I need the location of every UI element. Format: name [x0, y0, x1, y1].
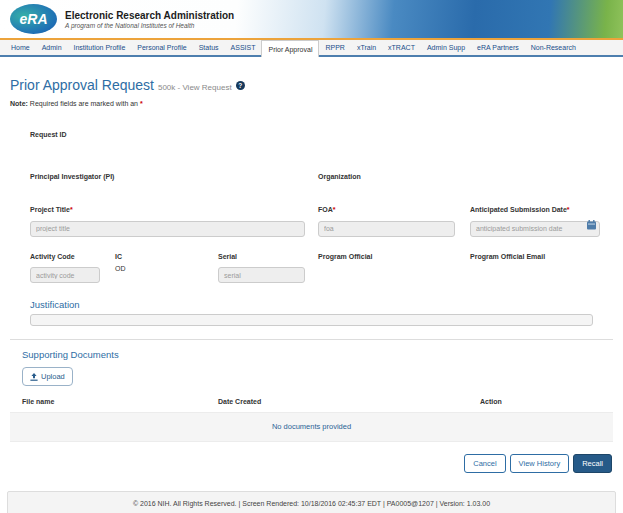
table-column-header: File name: [22, 398, 218, 405]
foa-label: FOA: [318, 206, 333, 213]
nav-item[interactable]: Prior Approval: [261, 40, 319, 57]
app-subtitle: A program of the National Institutes of …: [65, 22, 234, 29]
upload-button-label: Upload: [41, 372, 65, 381]
required-asterisk: *: [140, 100, 143, 107]
required-asterisk: *: [70, 206, 73, 213]
nav-item[interactable]: Admin Supp: [421, 40, 471, 55]
main-content: Prior Approval Request 500k - View Reque…: [0, 77, 623, 473]
serial-label: Serial: [218, 253, 318, 260]
section-divider: [10, 339, 613, 340]
nav-item[interactable]: Status: [193, 40, 225, 55]
nav-item[interactable]: ASSIST: [225, 40, 262, 55]
nav-item[interactable]: Personal Profile: [131, 40, 192, 55]
project-title-label: Project Title: [30, 206, 70, 213]
nav-item[interactable]: RPPR: [319, 40, 350, 55]
era-logo: eRA: [10, 4, 57, 34]
view-history-button[interactable]: View History: [510, 454, 570, 473]
ic-label: IC: [115, 253, 218, 260]
page-subtitle: 500k - View Request: [158, 83, 232, 92]
foa-input[interactable]: [318, 221, 455, 237]
help-icon[interactable]: ?: [236, 81, 245, 90]
table-column-header: Date Created: [218, 398, 480, 405]
table-column-header: Action: [480, 398, 613, 405]
serial-input[interactable]: [218, 267, 305, 283]
activity-code-input[interactable]: [30, 267, 100, 283]
nav-item[interactable]: Admin: [36, 40, 68, 55]
pi-label: Principal Investigator (PI): [30, 173, 318, 180]
main-nav: Home Admin Institution Profile Personal …: [0, 40, 623, 57]
note-text: Required fields are marked with an: [28, 100, 140, 107]
supporting-documents-heading: Supporting Documents: [22, 349, 613, 360]
supporting-documents-section: Supporting Documents Upload File name Da…: [22, 349, 613, 405]
submission-date-input[interactable]: [470, 221, 600, 237]
calendar-icon[interactable]: [587, 220, 596, 230]
upload-icon: [30, 373, 38, 381]
request-id-label: Request ID: [30, 131, 67, 138]
nav-item[interactable]: eRA Partners: [471, 40, 525, 55]
ic-value: OD: [115, 265, 218, 272]
note-label: Note:: [10, 100, 28, 107]
app-header: eRA Electronic Research Administration A…: [0, 0, 623, 38]
action-buttons: Cancel View History Recall: [10, 454, 612, 473]
upload-button[interactable]: Upload: [22, 367, 73, 386]
recall-button[interactable]: Recall: [573, 454, 612, 473]
nav-item[interactable]: xTRACT: [382, 40, 421, 55]
required-fields-note: Note: Required fields are marked with an…: [10, 100, 613, 107]
project-title-input[interactable]: [30, 221, 305, 237]
nav-item[interactable]: Institution Profile: [68, 40, 132, 55]
nav-item[interactable]: xTrain: [351, 40, 382, 55]
documents-empty-row: No documents provided: [10, 412, 613, 442]
submission-date-label: Anticipated Submission Date: [470, 206, 567, 213]
required-asterisk: *: [567, 206, 570, 213]
cancel-button[interactable]: Cancel: [464, 454, 505, 473]
page-footer: © 2016 NIH. All Rights Reserved. | Scree…: [7, 491, 616, 513]
request-form: Request ID Principal Investigator (PI) O…: [30, 123, 593, 326]
required-asterisk: *: [333, 206, 336, 213]
activity-code-label: Activity Code: [30, 253, 115, 260]
app-title: Electronic Research Administration: [65, 10, 234, 21]
page-title: Prior Approval Request: [10, 77, 154, 93]
program-official-label: Program Official: [318, 253, 470, 260]
documents-table-header: File name Date Created Action: [22, 398, 613, 405]
nav-item[interactable]: Home: [5, 40, 36, 55]
program-official-email-label: Program Official Email: [470, 253, 593, 260]
organization-label: Organization: [318, 173, 593, 180]
nav-item[interactable]: Non-Research: [525, 40, 582, 55]
copyright-line: © 2016 NIH. All Rights Reserved. | Scree…: [12, 500, 611, 507]
justification-heading: Justification: [30, 299, 593, 310]
justification-input[interactable]: [30, 314, 593, 326]
